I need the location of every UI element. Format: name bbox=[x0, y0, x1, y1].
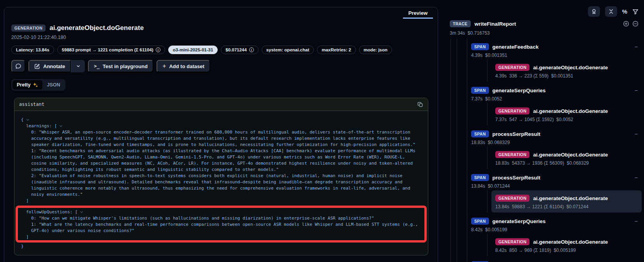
span-badge: SPAN bbox=[471, 218, 489, 225]
comment-bubble-icon bbox=[15, 63, 21, 69]
collapse-node-button[interactable]: − bbox=[635, 174, 642, 181]
collapse-node-button[interactable]: − bbox=[635, 44, 642, 50]
annotate-dropdown-button[interactable] bbox=[71, 60, 85, 72]
max-retries-badge: maxRetries: 2 bbox=[317, 46, 355, 54]
toggle-json[interactable]: JSON bbox=[42, 80, 64, 90]
sparkles-icon bbox=[33, 82, 38, 88]
trace-metrics: 3m 34s $0.716753 bbox=[450, 30, 490, 36]
generation-badge: GENERATION bbox=[495, 238, 530, 245]
tree-node-generation[interactable]: GENERATION ai.generateObject.doGenerate … bbox=[491, 147, 642, 169]
node-metrics: 7.37s 547 → 1045 (Σ 1592) $0.0052 bbox=[495, 114, 638, 123]
trace-type-badge: TRACE bbox=[450, 20, 471, 27]
node-name: processSerpResult bbox=[493, 131, 540, 137]
test-in-playground-button[interactable]: >_ Test in playground bbox=[88, 60, 153, 72]
mode-badge: mode: json bbox=[359, 46, 392, 54]
json-learning-item: 2: "Evaluation of noise robustness in sp… bbox=[21, 173, 421, 198]
tree-indent-guide bbox=[467, 38, 467, 262]
trace-title: writeFinalReport bbox=[475, 21, 516, 27]
output-block: assistant { learnings: [ 0: "Whisper ASR… bbox=[14, 98, 428, 255]
model-badge[interactable]: o3-mini-2025-01-31 bbox=[168, 46, 218, 54]
trace-tree: SPAN generateFeedback − 4.39s $0.001351 … bbox=[457, 38, 642, 262]
tree-indent-guide bbox=[457, 38, 457, 262]
node-name: ai.generateObject.doGenerate bbox=[533, 239, 608, 245]
json-learning-item: 0: "Whisper ASR, an open-source encoder–… bbox=[21, 129, 421, 148]
tree-node-generation[interactable]: GENERATION ai.generateObject.doGenerate … bbox=[491, 60, 642, 82]
view-mode-toggle: Pretty JSON bbox=[11, 79, 65, 91]
token-usage-badge[interactable]: 59883 prompt → 1221 completion (Σ 61104)… bbox=[57, 46, 165, 54]
span-badge: SPAN bbox=[471, 174, 489, 181]
json-followup-key[interactable]: followUpQuestions: [ bbox=[21, 209, 422, 215]
chevron-down-icon bbox=[76, 64, 81, 69]
info-icon: i bbox=[156, 47, 160, 52]
node-name: ai.generateObject.doGenerate bbox=[533, 195, 608, 201]
trace-tree-sidebar: % TRACE writeFinalReport 3m 34s $0.71675… bbox=[438, 0, 644, 262]
tree-node-span[interactable]: SPAN generateSerpQueries − bbox=[471, 256, 642, 262]
tab-preview[interactable]: Preview bbox=[403, 7, 433, 19]
page-title: ai.generateObject.doGenerate bbox=[49, 24, 144, 32]
collapse-node-button[interactable]: − bbox=[635, 218, 642, 224]
tree-node-generation[interactable]: GENERATION ai.generateObject.doGenerate … bbox=[491, 103, 642, 125]
annotate-split-button: Annotate bbox=[28, 60, 85, 72]
generation-badge: GENERATION bbox=[495, 195, 530, 202]
tree-node-generation-selected[interactable]: GENERATION ai.generateObject.doGenerate … bbox=[491, 190, 642, 213]
plus-icon: + bbox=[162, 63, 166, 70]
collapse-all-button[interactable] bbox=[605, 6, 617, 17]
node-metrics: 18.83s $0.068329 bbox=[471, 137, 642, 146]
tree-node-span[interactable]: SPAN generateSerpQueries − 8.42s $0.0051… bbox=[471, 213, 642, 256]
annotation-queue-button[interactable] bbox=[588, 6, 600, 17]
collapse-chevron-icon[interactable] bbox=[26, 118, 29, 121]
node-name: ai.generateObject.doGenerate bbox=[533, 108, 608, 114]
preview-tab-bar: Preview bbox=[4, 7, 438, 19]
collapse-chevron-icon[interactable] bbox=[60, 124, 62, 127]
node-metrics: 13.84s $0.071244 bbox=[471, 181, 642, 190]
generation-badge: GENERATION bbox=[495, 107, 530, 114]
observation-timestamp: 2025-02-10 21:22:40.180 bbox=[11, 35, 431, 40]
node-metrics: 18.83s 54373 → 1936 (Σ 56309) $0.068329 bbox=[495, 158, 638, 167]
node-metrics: 8.42s 850 → 969 (Σ 1819) $0.005199 bbox=[495, 245, 638, 254]
tree-node-generation[interactable]: GENERATION ai.generateObject.doGenerate … bbox=[491, 234, 642, 256]
toggle-pretty[interactable]: Pretty bbox=[12, 80, 42, 90]
collapse-node-button[interactable]: − bbox=[635, 131, 642, 137]
latency-badge: Latency: 13.84s bbox=[11, 46, 54, 54]
copy-icon[interactable] bbox=[417, 102, 423, 107]
cost-badge[interactable]: $0.071244 i bbox=[221, 46, 258, 54]
filter-button[interactable] bbox=[632, 9, 639, 15]
filter-funnel-icon bbox=[632, 9, 639, 15]
tree-indent-guide bbox=[450, 38, 451, 262]
collapse-all-circle-icon[interactable] bbox=[632, 21, 639, 27]
add-to-dataset-button[interactable]: + Add to dataset bbox=[157, 60, 210, 72]
tree-node-span[interactable]: SPAN processSerpResult − 13.84s $0.07124… bbox=[471, 169, 642, 213]
collapse-node-button[interactable]: − bbox=[635, 87, 642, 93]
cost-label: $0.071244 bbox=[225, 47, 246, 52]
add-to-dataset-label: Add to dataset bbox=[169, 63, 204, 69]
percent-icon: % bbox=[622, 8, 627, 15]
metadata-badges: Latency: 13.84s 59883 prompt → 1221 comp… bbox=[11, 46, 431, 54]
tree-node-span[interactable]: SPAN generateFeedback − 4.39s $0.001351 … bbox=[471, 38, 642, 82]
annotate-button[interactable]: Annotate bbox=[28, 60, 71, 72]
collapse-chevron-icon[interactable] bbox=[80, 210, 83, 213]
generation-type-badge: GENERATION bbox=[11, 25, 46, 32]
json-learnings-key[interactable]: learnings: [ bbox=[21, 123, 421, 129]
edit-pencil-icon bbox=[34, 63, 40, 69]
json-followup-item: 0: "How can we mitigate Whisper's limita… bbox=[21, 215, 422, 222]
test-in-playground-label: Test in playground bbox=[103, 63, 148, 69]
generation-badge: GENERATION bbox=[495, 64, 530, 71]
tree-node-span[interactable]: SPAN processSerpResult − 18.83s $0.06832… bbox=[471, 125, 642, 169]
json-open-brace[interactable]: { bbox=[21, 117, 421, 123]
comment-button[interactable] bbox=[11, 60, 25, 72]
node-name: ai.generateObject.doGenerate bbox=[533, 152, 608, 158]
chevrons-collapse-icon bbox=[608, 9, 614, 14]
annotate-label: Annotate bbox=[43, 63, 65, 69]
node-name: generateSerpQueries bbox=[493, 88, 546, 93]
node-metrics: 4.39s 336 → 223 (Σ 559) $0.001351 bbox=[495, 71, 638, 79]
show-metrics-button[interactable]: % bbox=[622, 8, 627, 15]
message-role-label: assistant bbox=[19, 102, 44, 107]
trace-root-row[interactable]: TRACE writeFinalReport bbox=[450, 20, 639, 27]
json-learning-item: 1: "Recent benchmarks on adversarial aud… bbox=[21, 148, 421, 173]
system-badge: system: openai.chat bbox=[262, 46, 314, 54]
tree-node-span[interactable]: SPAN generateSerpQueries − 7.37s $0.0052… bbox=[471, 82, 642, 125]
expand-all-icon[interactable] bbox=[623, 21, 629, 27]
info-icon: i bbox=[249, 47, 254, 52]
output-json-viewer: { learnings: [ 0: "Whisper ASR, an open-… bbox=[14, 111, 428, 255]
json-followup-item: 1: "What are the latency benchmarks and … bbox=[21, 222, 422, 234]
